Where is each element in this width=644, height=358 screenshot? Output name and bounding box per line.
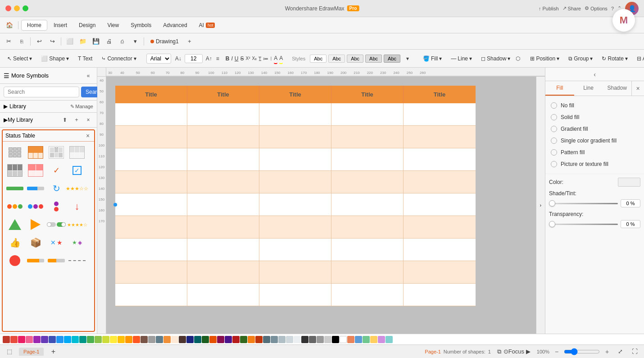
symbol-item-grid2[interactable] [26, 144, 45, 161]
color-orange[interactable] [125, 336, 132, 343]
color-light-gray[interactable] [317, 336, 324, 343]
color-teal[interactable] [79, 336, 86, 343]
color-cyan[interactable] [72, 336, 79, 343]
table-cell-9-2[interactable] [187, 284, 259, 306]
fill-option-picture[interactable]: Picture or texture fill [549, 158, 640, 170]
table-header-2[interactable]: Title [187, 86, 259, 103]
color-swatch[interactable] [618, 178, 640, 187]
font-size-decrease[interactable]: A↓ [173, 53, 184, 64]
symbol-item-grid1[interactable] [5, 144, 24, 161]
font-size-increase[interactable]: A↑ [204, 53, 214, 64]
superscript-button[interactable]: X² [246, 53, 250, 64]
symbol-item-grid3[interactable] [47, 144, 66, 161]
more-tools-button[interactable]: ▾ [129, 36, 141, 47]
text-style-button[interactable]: T̲ [259, 53, 261, 64]
shape-tool-button[interactable]: ⬜ Shape ▾ [37, 54, 73, 63]
table-cell-8-5[interactable] [404, 261, 476, 284]
symbol-item-toggle[interactable] [47, 216, 66, 233]
table-cell-2-4[interactable] [331, 126, 404, 148]
table-cell-5-5[interactable] [404, 193, 476, 216]
collapse-panel-button[interactable]: « [83, 71, 93, 81]
tab-line[interactable]: Line [574, 81, 603, 96]
menu-view[interactable]: View [102, 20, 124, 30]
table-cell-9-3[interactable] [259, 284, 331, 306]
table-cell-2-5[interactable] [404, 126, 476, 148]
help-button[interactable]: ? [611, 6, 614, 11]
style-abc-5[interactable]: Abc [384, 55, 400, 63]
symbol-item-progress2[interactable] [26, 180, 45, 197]
menu-design[interactable]: Design [73, 20, 101, 30]
line-style-button[interactable]: — Line ▾ [447, 54, 476, 63]
table-cell-6-3[interactable] [259, 216, 331, 239]
print-button[interactable]: 🖨 [103, 36, 115, 47]
color-peach[interactable] [171, 336, 178, 343]
table-cell-4-2[interactable] [187, 171, 259, 193]
color-mid-gray[interactable] [309, 336, 316, 343]
page-tab-1[interactable]: Page-1 [19, 348, 44, 356]
add-library-button[interactable]: + [72, 115, 82, 125]
table-cell-1-5[interactable] [404, 103, 476, 126]
color-light-blue-grey[interactable] [271, 336, 278, 343]
tab-shadow[interactable]: Shadow [603, 81, 631, 96]
table-cell-8-2[interactable] [187, 261, 259, 284]
table-cell-3-4[interactable] [331, 148, 404, 171]
table-cell-9-1[interactable] [115, 284, 187, 306]
symbol-item-triangle[interactable] [5, 216, 24, 233]
save-button[interactable]: 💾 [90, 36, 102, 47]
fill-option-single-gradient[interactable]: Single color gradient fill [549, 135, 640, 147]
align-arrange-button[interactable]: ⊟ Align ▾ [633, 54, 644, 63]
status-table-canvas[interactable]: Title Title Title Title Title [115, 86, 476, 306]
symbol-item-progress-bar[interactable] [26, 252, 45, 269]
color-dark-green[interactable] [202, 336, 209, 343]
maximize-button[interactable] [23, 5, 28, 11]
select-tool-button[interactable]: ↖ Select ▾ [4, 54, 36, 63]
color-blue-grey[interactable] [156, 336, 163, 343]
add-page-button[interactable]: + [47, 346, 59, 358]
table-header-4[interactable]: Title [331, 86, 404, 103]
transparency-slider[interactable] [549, 224, 618, 225]
text-tool-button[interactable]: T Text [74, 54, 96, 63]
symbol-item-traffic1[interactable] [5, 198, 24, 215]
copy-button[interactable]: ⎘ [16, 36, 27, 47]
table-cell-8-3[interactable] [259, 261, 331, 284]
minimize-button[interactable] [14, 5, 20, 11]
color-gold[interactable] [370, 336, 377, 343]
color-aqua[interactable] [385, 336, 393, 343]
table-cell-3-1[interactable] [115, 148, 187, 171]
color-very-light-blue-grey[interactable] [278, 336, 286, 343]
play-button[interactable]: ▶ [522, 346, 534, 358]
symbol-item-box[interactable]: 📦 [26, 234, 45, 251]
table-cell-4-5[interactable] [404, 171, 476, 193]
table-cell-1-3[interactable] [259, 103, 331, 126]
table-cell-4-3[interactable] [259, 171, 331, 193]
table-cell-5-2[interactable] [187, 193, 259, 216]
share-button[interactable]: ↗ Share [562, 5, 581, 11]
align-button[interactable]: ≡ [216, 53, 219, 64]
color-very-light-gray[interactable] [324, 336, 331, 343]
table-cell-5-1[interactable] [115, 193, 187, 216]
table-cell-9-5[interactable] [404, 284, 476, 306]
zoom-out-button[interactable]: − [552, 347, 561, 356]
color-dark-yellow[interactable] [248, 336, 255, 343]
font-color-button[interactable]: A [274, 53, 277, 64]
table-cell-2-2[interactable] [187, 126, 259, 148]
undo-button[interactable]: ↩ [33, 36, 45, 47]
symbol-item-grid6[interactable] [26, 162, 45, 179]
table-cell-1-2[interactable] [187, 103, 259, 126]
symbol-item-stars2[interactable]: ★★★★☆ [68, 216, 86, 233]
color-cornflower[interactable] [355, 336, 362, 343]
home-icon-btn[interactable]: 🏠 [4, 19, 15, 31]
fullscreen-button[interactable]: ⛶ [629, 346, 640, 358]
symbol-item-progress1[interactable] [5, 180, 24, 197]
symbol-item-dash-line[interactable] [68, 252, 86, 269]
strikethrough-button[interactable]: S [240, 53, 244, 64]
table-cell-6-1[interactable] [115, 216, 187, 239]
table-cell-7-1[interactable] [115, 239, 187, 261]
color-dark-cyan[interactable] [194, 336, 201, 343]
font-size-input[interactable] [185, 54, 203, 63]
close-status-table-button[interactable]: × [84, 132, 91, 139]
open-button[interactable]: 📁 [77, 36, 89, 47]
manage-button[interactable]: ✎ Manage [70, 104, 93, 110]
color-dark-light-green[interactable] [240, 336, 247, 343]
table-header-5[interactable]: Title [404, 86, 476, 103]
